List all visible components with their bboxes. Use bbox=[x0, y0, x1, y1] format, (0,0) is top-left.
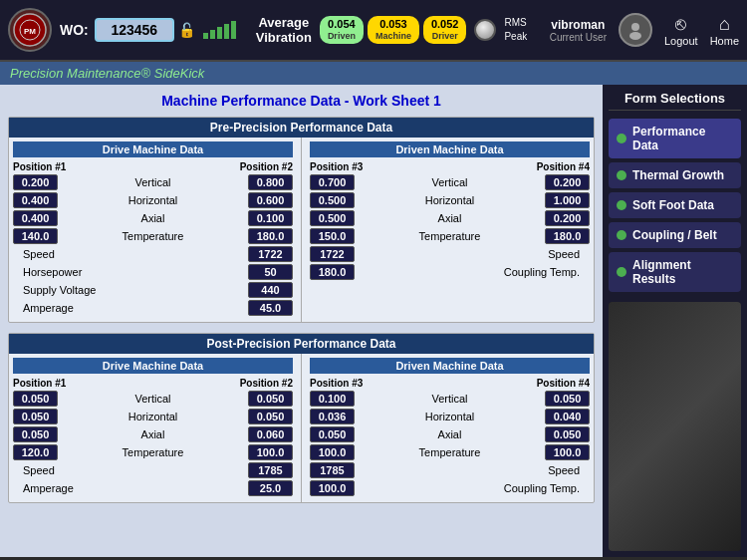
sidebar-bg-inner bbox=[609, 302, 741, 551]
vib-badge-driven: 0.054 Driven bbox=[320, 16, 364, 44]
pre-drive-v2-axial[interactable]: 0.100 bbox=[248, 210, 293, 226]
page-title: Machine Performance Data - Work Sheet 1 bbox=[8, 93, 595, 109]
sidebar-item-softfoot[interactable]: Soft Foot Data bbox=[609, 192, 741, 218]
post-driven-v4-vertical[interactable]: 0.050 bbox=[545, 391, 590, 407]
pre-drive-v1-axial[interactable]: 0.400 bbox=[13, 210, 58, 226]
svg-point-3 bbox=[631, 23, 639, 31]
sidebar-item-label-alignment: Alignment Results bbox=[632, 258, 733, 286]
post-drive-speed[interactable]: 1785 bbox=[248, 462, 293, 478]
post-drive-v1-vertical[interactable]: 0.050 bbox=[13, 391, 58, 407]
pre-drive-v2-vertical[interactable]: 0.800 bbox=[248, 174, 293, 190]
pre-driven-row-speed: 1722 Speed bbox=[310, 246, 590, 262]
post-drive-v1-horizontal[interactable]: 0.050 bbox=[13, 409, 58, 424]
pre-drive-v2-temp[interactable]: 180.0 bbox=[248, 228, 293, 244]
dot-performance bbox=[617, 134, 626, 143]
post-driven-v3-horizontal[interactable]: 0.036 bbox=[310, 409, 355, 424]
pre-driven-machine: Driven Machine Data Position #3 Position… bbox=[306, 138, 594, 322]
pre-drive-v1-vertical[interactable]: 0.200 bbox=[13, 174, 58, 190]
logout-button[interactable]: ⎋ Logout bbox=[664, 14, 698, 47]
pre-driven-v4-vertical[interactable]: 0.200 bbox=[545, 174, 590, 190]
post-divider-v bbox=[301, 354, 302, 502]
pre-driven-pos3: Position #3 bbox=[310, 161, 363, 172]
pre-driven-v4-horizontal[interactable]: 1.000 bbox=[545, 192, 590, 208]
post-driven-header: Driven Machine Data bbox=[310, 358, 590, 374]
post-drive-v2-axial[interactable]: 0.060 bbox=[248, 426, 293, 442]
sidebar-item-thermal[interactable]: Thermal Growth bbox=[609, 162, 741, 188]
lock-icon: 🔓 bbox=[178, 22, 195, 38]
pre-driven-row-temp: 150.0 Temperature 180.0 bbox=[310, 228, 590, 244]
pre-precision-section: Pre-Precision Performance Data Drive Mac… bbox=[8, 117, 595, 323]
pre-driven-v3-horizontal[interactable]: 0.500 bbox=[310, 192, 355, 208]
svg-text:PM: PM bbox=[24, 27, 36, 36]
signal-bars bbox=[203, 21, 236, 39]
post-drive-v2-vertical[interactable]: 0.050 bbox=[248, 391, 293, 407]
post-driven-v3-axial[interactable]: 0.050 bbox=[310, 426, 355, 442]
pre-drive-row-axial: 0.400 Axial 0.100 bbox=[13, 210, 293, 226]
post-precision-header: Post-Precision Performance Data bbox=[9, 334, 594, 354]
pre-driven-v3-axial[interactable]: 0.500 bbox=[310, 210, 355, 226]
user-info: vibroman Current User bbox=[550, 18, 607, 43]
pre-drive-row-hp: Horsepower 50 bbox=[13, 264, 293, 280]
sidebar: Form Selections Performance Data Thermal… bbox=[603, 85, 747, 557]
post-driven-positions: Position #3 Position #4 bbox=[310, 378, 590, 389]
post-driven-v3-vertical[interactable]: 0.100 bbox=[310, 391, 355, 407]
post-driven-v4-horizontal[interactable]: 0.040 bbox=[545, 409, 590, 424]
pre-drive-v1-horizontal[interactable]: 0.400 bbox=[13, 192, 58, 208]
post-drive-v1-temp[interactable]: 120.0 bbox=[13, 444, 58, 460]
post-driven-row-vertical: 0.100 Vertical 0.050 bbox=[310, 391, 590, 407]
pre-driven-positions: Position #3 Position #4 bbox=[310, 161, 590, 172]
post-driven-row-coupling: 100.0 Coupling Temp. bbox=[310, 480, 590, 496]
post-drive-v1-axial[interactable]: 0.050 bbox=[13, 426, 58, 442]
post-drive-v2-temp[interactable]: 100.0 bbox=[248, 444, 293, 460]
sidebar-item-label-performance: Performance Data bbox=[632, 125, 733, 152]
pre-drive-v2-horizontal[interactable]: 0.600 bbox=[248, 192, 293, 208]
post-driven-pos3: Position #3 bbox=[310, 378, 363, 389]
rms-peak: RMS Peak bbox=[504, 16, 527, 44]
post-driven-row-axial: 0.050 Axial 0.050 bbox=[310, 426, 590, 442]
post-driven-speed[interactable]: 1785 bbox=[310, 462, 355, 478]
post-drive-machine: Drive Machine Data Position #1 Position … bbox=[9, 354, 297, 502]
pre-drive-hp[interactable]: 50 bbox=[248, 264, 293, 280]
post-driven-coupling[interactable]: 100.0 bbox=[310, 480, 355, 496]
pre-driven-row-vertical: 0.700 Vertical 0.200 bbox=[310, 174, 590, 190]
content-area: Machine Performance Data - Work Sheet 1 … bbox=[0, 85, 603, 557]
pre-drive-speed[interactable]: 1722 bbox=[248, 246, 293, 262]
wo-input[interactable]: 123456 bbox=[95, 18, 174, 42]
pre-drive-pos1: Position #1 bbox=[13, 161, 66, 172]
sidebar-item-alignment[interactable]: Alignment Results bbox=[609, 252, 741, 292]
post-drive-pos1: Position #1 bbox=[13, 378, 66, 389]
pre-precision-header: Pre-Precision Performance Data bbox=[9, 118, 594, 138]
vib-badges: 0.054 Driven 0.053 Machine 0.052 Driver … bbox=[320, 16, 527, 44]
post-driven-v3-temp[interactable]: 100.0 bbox=[310, 444, 355, 460]
dot-thermal bbox=[617, 170, 626, 180]
sidebar-item-label-thermal: Thermal Growth bbox=[632, 168, 724, 182]
pre-drive-row-temp: 140.0 Temperature 180.0 bbox=[13, 228, 293, 244]
dot-softfoot bbox=[617, 200, 626, 210]
home-button[interactable]: ⌂ Home bbox=[710, 14, 739, 47]
pre-driven-v4-axial[interactable]: 0.200 bbox=[545, 210, 590, 226]
post-drive-row-speed: Speed 1785 bbox=[13, 462, 293, 478]
post-drive-v2-horizontal[interactable]: 0.050 bbox=[248, 409, 293, 424]
pre-driven-v3-vertical[interactable]: 0.700 bbox=[310, 174, 355, 190]
wo-section: WO: 123456 🔓 bbox=[60, 18, 236, 42]
pre-drive-voltage[interactable]: 440 bbox=[248, 282, 293, 298]
pre-driven-v4-temp[interactable]: 180.0 bbox=[545, 228, 590, 244]
post-drive-row-axial: 0.050 Axial 0.060 bbox=[13, 426, 293, 442]
post-drive-header: Drive Machine Data bbox=[13, 358, 293, 374]
pre-driven-v3-temp[interactable]: 150.0 bbox=[310, 228, 355, 244]
post-driven-v4-axial[interactable]: 0.050 bbox=[545, 426, 590, 442]
svg-point-4 bbox=[629, 32, 641, 40]
logo: PM bbox=[8, 8, 52, 52]
pre-driven-speed[interactable]: 1722 bbox=[310, 246, 355, 262]
sidebar-item-coupling[interactable]: Coupling / Belt bbox=[609, 222, 741, 248]
post-driven-row-speed: 1785 Speed bbox=[310, 462, 590, 478]
post-driven-row-temp: 100.0 Temperature 100.0 bbox=[310, 444, 590, 460]
pre-drive-v1-temp[interactable]: 140.0 bbox=[13, 228, 58, 244]
avg-vibration-section: AverageVibration 0.054 Driven 0.053 Mach… bbox=[256, 15, 527, 45]
post-drive-amperage[interactable]: 25.0 bbox=[248, 480, 293, 496]
pre-drive-amperage[interactable]: 45.0 bbox=[248, 300, 293, 316]
post-driven-v4-temp[interactable]: 100.0 bbox=[545, 444, 590, 460]
dot-coupling bbox=[617, 230, 626, 240]
pre-driven-coupling[interactable]: 180.0 bbox=[310, 264, 355, 280]
sidebar-item-performance[interactable]: Performance Data bbox=[609, 119, 741, 158]
